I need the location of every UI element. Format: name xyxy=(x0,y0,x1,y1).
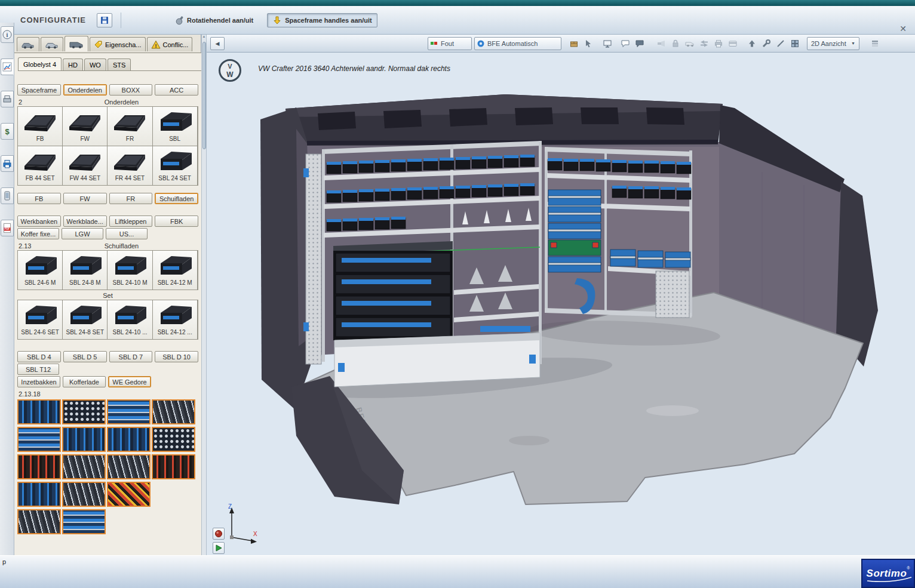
tool-tray-thumbnail[interactable] xyxy=(152,427,195,452)
product-thumbnail[interactable]: SBL 24-12 M xyxy=(153,251,197,290)
fb-filter-button[interactable]: FB xyxy=(17,193,61,204)
product-thumbnail[interactable]: SBL 24-6 M xyxy=(18,251,62,290)
onderdelen-button[interactable]: Onderdelen xyxy=(63,84,107,96)
tab-eigenschappen[interactable]: Eigenscha... xyxy=(90,37,146,51)
layers-icon[interactable] xyxy=(868,37,882,50)
product-thumbnail[interactable]: SBL 24-10 M xyxy=(108,251,152,290)
tool-tray-thumbnail[interactable] xyxy=(17,454,61,479)
pdf-icon[interactable]: PDF xyxy=(1,220,14,236)
close-button[interactable]: ✕ xyxy=(897,23,909,35)
tool-tray-thumbnail[interactable] xyxy=(152,454,195,479)
liftkleppen-button[interactable]: Liftkleppen xyxy=(109,216,153,227)
product-thumbnail[interactable]: SBL 24-12 ... xyxy=(153,300,197,339)
record-button[interactable] xyxy=(213,528,225,540)
tab-conflicten[interactable]: ! Conflic... xyxy=(147,37,193,51)
tab-van-equipment[interactable] xyxy=(65,36,88,51)
tool-tray-thumbnail[interactable] xyxy=(107,427,151,452)
kofferlade-button[interactable]: Kofferlade xyxy=(63,376,106,387)
tab-vehicle[interactable] xyxy=(17,37,39,51)
spaceframe-button[interactable]: Spaceframe xyxy=(17,84,61,96)
tool-tray-thumbnail[interactable] xyxy=(62,509,106,534)
fax-icon[interactable] xyxy=(1,91,14,107)
tab-hd[interactable]: HD xyxy=(63,59,83,70)
tool-tray-thumbnail[interactable] xyxy=(62,399,106,424)
play-button[interactable] xyxy=(213,542,225,554)
product-thumbnail[interactable]: SBL xyxy=(153,107,197,146)
sbl-t12-button[interactable]: SBL T12 xyxy=(17,364,59,375)
product-thumbnail[interactable]: FB xyxy=(18,107,62,146)
product-thumbnail[interactable]: SBL 24-10 ... xyxy=(108,300,152,339)
tool-tray-thumbnail[interactable] xyxy=(17,399,61,424)
product-thumbnail[interactable]: SBL 24-6 SET xyxy=(18,300,62,339)
info-icon[interactable]: i xyxy=(1,26,14,43)
product-thumbnail[interactable]: FW 44 SET xyxy=(63,146,107,185)
spaceframe-handles-toggle-button[interactable]: Spaceframe handles aan/uit xyxy=(267,13,377,27)
monitor-icon[interactable] xyxy=(600,37,615,50)
product-thumbnail[interactable]: FW xyxy=(63,107,107,146)
sbl-d7-button[interactable]: SBL D 7 xyxy=(109,351,153,362)
chart-icon[interactable] xyxy=(1,59,14,75)
fout-button[interactable]: Fout xyxy=(428,37,472,50)
card-icon[interactable] xyxy=(726,37,740,50)
tab-wo[interactable]: WO xyxy=(84,59,106,70)
koffer-fixeer-button[interactable]: Koffer fixe... xyxy=(17,228,59,239)
product-thumbnail[interactable]: FR 44 SET xyxy=(108,146,152,185)
product-thumbnail[interactable]: FB 44 SET xyxy=(18,146,62,185)
grid-icon[interactable] xyxy=(788,37,802,50)
tool-tray-thumbnail[interactable] xyxy=(107,399,151,424)
vehicle-icon[interactable] xyxy=(683,37,697,50)
wrench-icon[interactable] xyxy=(759,37,773,50)
product-thumbnail[interactable]: SBL 24-8 SET xyxy=(63,300,107,339)
werkbanken-button[interactable]: Werkbanken xyxy=(17,216,61,227)
rotatiehendel-toggle-button[interactable]: Rotatiehendel aan/uit xyxy=(169,13,259,27)
3d-canvas[interactable]: V W VW Crafter 2016 3640 Achterwiel aand… xyxy=(207,53,915,555)
bfe-automatisch-button[interactable]: BFE Automatisch xyxy=(474,37,561,50)
product-thumbnail[interactable]: FR xyxy=(108,107,152,146)
inzetbakken-button[interactable]: Inzetbakken xyxy=(17,376,60,387)
tool-tray-thumbnail[interactable] xyxy=(17,427,61,452)
sbl-d10-button[interactable]: SBL D 10 xyxy=(155,351,198,362)
comment-light-icon[interactable] xyxy=(618,37,632,50)
tab-globelyst4[interactable]: Globelyst 4 xyxy=(18,57,62,70)
fbk-button[interactable]: FBK xyxy=(155,216,198,227)
us-button[interactable]: US... xyxy=(106,228,148,239)
price-icon[interactable]: $ xyxy=(1,123,14,140)
torch-icon[interactable] xyxy=(654,37,668,50)
select-cursor-icon[interactable] xyxy=(581,37,595,50)
save-button[interactable] xyxy=(97,13,112,27)
acc-button[interactable]: ACC xyxy=(155,84,198,96)
van-3d-render[interactable]: BEROPLEX xyxy=(207,53,915,555)
tab-vehicle-options[interactable] xyxy=(41,37,63,51)
panel-scrollbar[interactable]: ▲ xyxy=(201,35,207,555)
sbl-d4-button[interactable]: SBL D 4 xyxy=(17,351,61,362)
tab-sts[interactable]: STS xyxy=(108,59,131,70)
we-gedore-button[interactable]: WE Gedore xyxy=(108,376,151,387)
printer-icon[interactable] xyxy=(711,37,726,50)
package-icon[interactable] xyxy=(567,37,581,50)
arrow-up-icon[interactable] xyxy=(745,37,759,50)
tool-tray-thumbnail[interactable] xyxy=(62,427,106,452)
tool-tray-thumbnail[interactable] xyxy=(62,482,106,507)
boxx-button[interactable]: BOXX xyxy=(109,84,153,96)
lock-icon[interactable] xyxy=(668,37,683,50)
print-icon[interactable] xyxy=(1,155,14,172)
transfer-arrows-icon[interactable] xyxy=(697,37,711,50)
product-thumbnail[interactable]: SBL 24 SET xyxy=(153,146,197,185)
tool-tray-thumbnail[interactable] xyxy=(62,454,106,479)
fw-filter-button[interactable]: FW xyxy=(63,193,107,204)
sbl-d5-button[interactable]: SBL D 5 xyxy=(63,351,107,362)
measure-icon[interactable] xyxy=(773,37,788,50)
collapse-panel-button[interactable]: ◀ xyxy=(210,37,225,50)
lgw-button[interactable]: LGW xyxy=(62,228,103,239)
tool-tray-thumbnail[interactable] xyxy=(17,482,61,507)
scrollbar-thumb[interactable] xyxy=(202,42,206,149)
tool-tray-thumbnail[interactable] xyxy=(152,399,195,424)
werkbladen-button[interactable]: Werkblade... xyxy=(63,216,107,227)
tool-tray-thumbnail[interactable] xyxy=(17,509,61,534)
comment-dark-icon[interactable] xyxy=(632,37,647,50)
product-thumbnail[interactable]: SBL 24-8 M xyxy=(63,251,107,290)
tool-tray-thumbnail[interactable] xyxy=(107,454,151,479)
device-icon[interactable] xyxy=(1,187,14,204)
schuifladen-filter-button[interactable]: Schuifladen xyxy=(155,193,198,204)
fr-filter-button[interactable]: FR xyxy=(109,193,153,204)
